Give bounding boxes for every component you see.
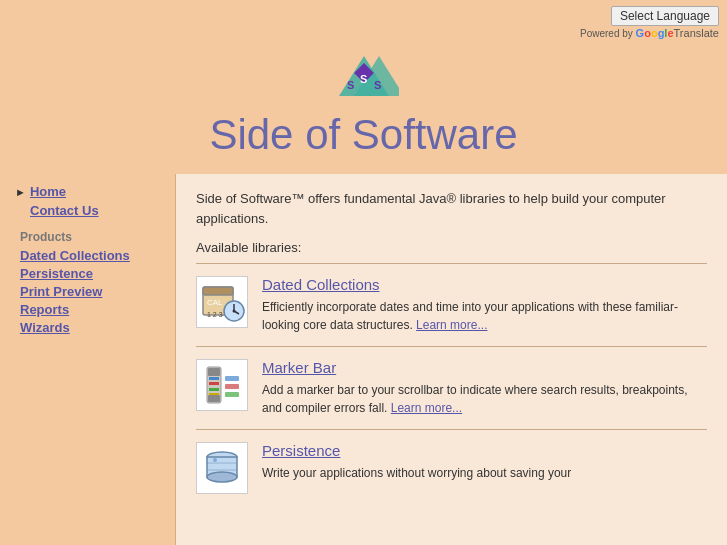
available-libraries-label: Available libraries: [196,240,707,255]
site-title: Side of Software [0,111,727,159]
svg-rect-7 [203,287,233,295]
svg-rect-15 [208,368,220,376]
google-translate-label: GoogleTranslate [636,27,719,39]
main-layout: ► Home Contact Us Products Dated Collect… [0,174,727,545]
dated-collections-desc: Efficiently incorporate dates and time i… [262,298,707,334]
sidebar-reports-link[interactable]: Reports [20,302,69,317]
sidebar-item-persistence[interactable]: Persistence [15,266,160,281]
sidebar-print-preview-link[interactable]: Print Preview [20,284,102,299]
svg-text:1 2 3: 1 2 3 [207,311,223,318]
sidebar-item-print-preview[interactable]: Print Preview [15,284,160,299]
sidebar-persistence-link[interactable]: Persistence [20,266,93,281]
svg-rect-22 [225,384,239,389]
translate-widget: Select Language Powered by GoogleTransla… [580,6,719,39]
sidebar-item-wizards[interactable]: Wizards [15,320,160,335]
top-bar: Select Language Powered by GoogleTransla… [0,0,727,41]
powered-by-text: Powered by GoogleTranslate [580,27,719,39]
svg-rect-23 [225,392,239,397]
products-section-label: Products [15,230,160,244]
svg-rect-21 [225,376,239,381]
sidebar-item-dated-collections[interactable]: Dated Collections [15,248,160,263]
dated-collections-icon: CAL 1 2 3 [196,276,248,328]
nav-home-item: ► Home [15,184,160,199]
marker-bar-learn-more[interactable]: Learn more... [391,401,462,415]
nav-home-link[interactable]: Home [30,184,66,199]
nav-contact-item: Contact Us [15,203,160,218]
svg-rect-20 [208,395,220,402]
svg-point-26 [207,472,237,482]
marker-bar-info: Marker Bar Add a marker bar to your scro… [262,359,707,417]
dated-collections-learn-more[interactable]: Learn more... [416,318,487,332]
dated-collections-info: Dated Collections Efficiently incorporat… [262,276,707,334]
sidebar-wizards-link[interactable]: Wizards [20,320,70,335]
home-arrow-icon: ► [15,186,26,198]
svg-rect-18 [209,388,219,391]
persistence-icon [196,442,248,494]
sidebar: ► Home Contact Us Products Dated Collect… [0,174,175,545]
svg-text:S: S [360,73,367,85]
dated-collections-title[interactable]: Dated Collections [262,276,380,293]
persistence-desc: Write your applications without worrying… [262,464,707,482]
svg-rect-17 [209,382,219,385]
language-select-button[interactable]: Select Language [611,6,719,26]
svg-rect-16 [209,377,219,380]
persistence-title[interactable]: Persistence [262,442,340,459]
marker-bar-icon [196,359,248,411]
nav-contact-link[interactable]: Contact Us [30,203,99,218]
marker-bar-desc: Add a marker bar to your scrollbar to in… [262,381,707,417]
content-area: Side of Software™ offers fundamental Jav… [175,174,727,545]
sidebar-item-reports[interactable]: Reports [15,302,160,317]
powered-by-label: Powered by [580,28,633,39]
svg-text:S: S [347,79,354,91]
library-item-marker-bar: Marker Bar Add a marker bar to your scro… [196,346,707,429]
intro-text: Side of Software™ offers fundamental Jav… [196,189,707,228]
sidebar-dated-collections-link[interactable]: Dated Collections [20,248,130,263]
marker-bar-title[interactable]: Marker Bar [262,359,336,376]
library-item-persistence: Persistence Write your applications with… [196,429,707,506]
svg-point-29 [213,458,217,462]
svg-point-11 [233,310,236,313]
site-logo: S S S [329,51,399,106]
persistence-info: Persistence Write your applications with… [262,442,707,482]
svg-text:S: S [374,79,381,91]
svg-text:CAL: CAL [207,298,223,307]
site-header: S S S Side of Software [0,41,727,174]
library-item-dated-collections: CAL 1 2 3 Dated Collections Efficiently … [196,263,707,346]
